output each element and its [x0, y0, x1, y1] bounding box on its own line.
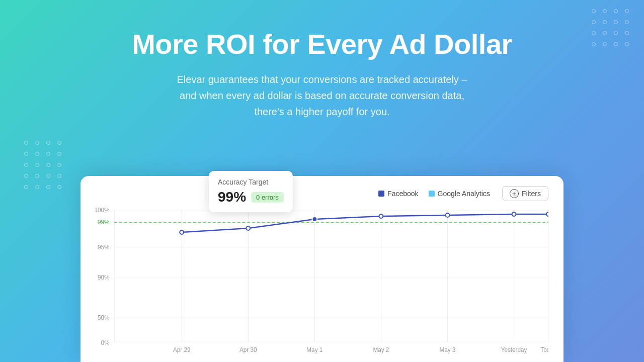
- dot: [57, 185, 61, 189]
- fb-point-apr30: [246, 226, 250, 230]
- dot-grid-left: [24, 141, 61, 189]
- y-label-50: 50%: [98, 314, 110, 321]
- dot: [24, 185, 28, 189]
- google-analytics-label: Google Analytics: [438, 190, 490, 198]
- x-label-may3: May 3: [439, 346, 455, 353]
- dot: [24, 152, 28, 156]
- dot: [57, 174, 61, 178]
- tooltip-errors-badge: 0 errors: [251, 192, 284, 203]
- y-label-90: 90%: [98, 274, 110, 281]
- chart-legend: Facebook Google Analytics: [378, 190, 490, 198]
- facebook-label: Facebook: [387, 190, 418, 198]
- hero-subtitle: Elevar guarantees that your conversions …: [106, 71, 538, 120]
- dot: [24, 141, 28, 145]
- dot: [46, 141, 50, 145]
- tooltip-percentage: 99%: [218, 189, 246, 205]
- hero-section: More ROI for Every Ad Dollar Elevar guar…: [0, 0, 644, 120]
- legend-item-facebook: Facebook: [378, 190, 418, 198]
- dot: [35, 152, 39, 156]
- hero-title: More ROI for Every Ad Dollar: [0, 28, 644, 60]
- fb-point-may3: [446, 213, 450, 217]
- y-label-100: 100%: [96, 207, 110, 214]
- x-label-may1: May 1: [306, 346, 323, 353]
- x-label-may2: May 2: [373, 346, 389, 353]
- dot: [57, 163, 61, 167]
- chart-container: Facebook Google Analytics + Filters Accu…: [80, 176, 564, 362]
- dot: [46, 163, 50, 167]
- dot: [35, 141, 39, 145]
- dot: [35, 163, 39, 167]
- dot: [35, 174, 39, 178]
- x-label-yesterday: Yesterday: [501, 346, 527, 353]
- google-analytics-legend-dot: [429, 191, 435, 197]
- dot: [24, 163, 28, 167]
- tooltip-value-row: 99% 0 errors: [218, 189, 284, 205]
- tooltip-title: Accuracy Target: [218, 178, 284, 186]
- dot: [46, 185, 50, 189]
- x-label-apr29: Apr 29: [173, 346, 191, 353]
- facebook-legend-dot: [378, 191, 384, 197]
- y-label-0: 0%: [101, 339, 109, 346]
- dot: [57, 152, 61, 156]
- dot: [24, 174, 28, 178]
- filters-button[interactable]: + Filters: [502, 186, 548, 201]
- fb-point-apr29: [180, 230, 184, 234]
- dot: [46, 152, 50, 156]
- x-label-apr30: Apr 30: [239, 346, 257, 353]
- chart-svg-area: 100% 99% 95% 90% 50% 0%: [96, 205, 548, 353]
- chart-header: Facebook Google Analytics + Filters: [96, 186, 548, 201]
- filters-label: Filters: [522, 190, 541, 198]
- chart-svg: 100% 99% 95% 90% 50% 0%: [96, 205, 548, 353]
- facebook-line: [182, 214, 548, 232]
- filters-plus-icon: +: [510, 189, 519, 198]
- legend-item-google-analytics: Google Analytics: [429, 190, 490, 198]
- y-label-99: 99%: [98, 219, 110, 226]
- dot: [46, 174, 50, 178]
- x-label-today: Today: [540, 346, 548, 353]
- fb-point-may1: [312, 217, 317, 222]
- chart-tooltip: Accuracy Target 99% 0 errors: [209, 171, 293, 212]
- fb-point-may2: [379, 214, 383, 218]
- dot: [57, 141, 61, 145]
- fb-point-today: [546, 212, 548, 216]
- y-label-95: 95%: [98, 244, 110, 251]
- fb-point-yesterday: [512, 212, 516, 216]
- dot: [35, 185, 39, 189]
